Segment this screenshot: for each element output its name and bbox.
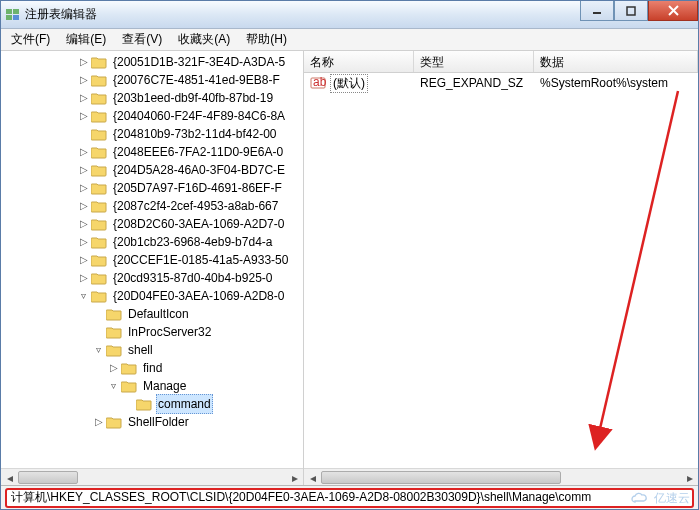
tree-row[interactable]: ·····▷{20404060-F24F-4F89-84C6-8A — [1, 107, 303, 125]
expand-toggle-icon[interactable]: ▷ — [76, 197, 91, 215]
tree-row[interactable]: ·········command — [1, 395, 303, 413]
maximize-button[interactable] — [614, 1, 648, 21]
tree-item-label[interactable]: command — [156, 394, 213, 414]
statusbar — [1, 485, 698, 509]
tree-row[interactable]: ······{204810b9-73b2-11d4-bf42-00 — [1, 125, 303, 143]
cloud-icon — [630, 492, 650, 506]
folder-icon — [91, 91, 107, 105]
menu-view[interactable]: 查看(V) — [114, 29, 170, 50]
expand-toggle-icon[interactable]: ▷ — [76, 89, 91, 107]
tree-row[interactable]: ·····▷{205D7A97-F16D-4691-86EF-F — [1, 179, 303, 197]
expand-toggle-icon[interactable]: ▿ — [76, 287, 91, 305]
tree-item-label[interactable]: find — [141, 359, 164, 377]
folder-icon — [106, 307, 122, 321]
tree-item-label[interactable]: {20D04FE0-3AEA-1069-A2D8-0 — [111, 287, 286, 305]
tree-item-label[interactable]: {204D5A28-46A0-3F04-BD7C-E — [111, 161, 287, 179]
folder-icon — [136, 397, 152, 411]
tree-row[interactable]: ·····▷{20b1cb23-6968-4eb9-b7d4-a — [1, 233, 303, 251]
expand-toggle-icon[interactable]: ▿ — [91, 341, 106, 359]
tree-item-label[interactable]: {203b1eed-db9f-40fb-87bd-19 — [111, 89, 275, 107]
expand-toggle-icon[interactable]: ▷ — [76, 233, 91, 251]
minimize-button[interactable] — [580, 1, 614, 21]
folder-icon — [91, 55, 107, 69]
expand-toggle-icon[interactable]: ▷ — [76, 143, 91, 161]
tree-item-label[interactable]: {20b1cb23-6968-4eb9-b7d4-a — [111, 233, 274, 251]
tree-row[interactable]: ·····▷{20CCEF1E-0185-41a5-A933-50 — [1, 251, 303, 269]
list-hscroll[interactable]: ◂ ▸ — [304, 468, 698, 485]
tree-row[interactable]: ·····▷{20051D1B-321F-3E4D-A3DA-5 — [1, 53, 303, 71]
registry-tree[interactable]: ·····▷{20051D1B-321F-3E4D-A3DA-5·····▷{2… — [1, 51, 303, 468]
expand-toggle-icon[interactable]: ▷ — [91, 413, 106, 431]
tree-item-label[interactable]: shell — [126, 341, 155, 359]
tree-item-label[interactable]: {20cd9315-87d0-40b4-b925-0 — [111, 269, 274, 287]
list-body[interactable]: ab (默认) REG_EXPAND_SZ %SystemRoot%\syste… — [304, 73, 698, 468]
tree-item-label[interactable]: ShellFolder — [126, 413, 191, 431]
folder-icon — [91, 127, 107, 141]
tree-row[interactable]: ·······▿Manage — [1, 377, 303, 395]
tree-row[interactable]: ·····▷{208D2C60-3AEA-1069-A2D7-0 — [1, 215, 303, 233]
tree-row[interactable]: ·······▷find — [1, 359, 303, 377]
tree-item-label[interactable]: {208D2C60-3AEA-1069-A2D7-0 — [111, 215, 286, 233]
tree-item-label[interactable]: {205D7A97-F16D-4691-86EF-F — [111, 179, 284, 197]
menu-edit[interactable]: 编辑(E) — [58, 29, 114, 50]
menu-file[interactable]: 文件(F) — [3, 29, 58, 50]
expand-toggle-icon[interactable]: ▷ — [106, 359, 121, 377]
folder-icon — [91, 145, 107, 159]
tree-row[interactable]: ·······InProcServer32 — [1, 323, 303, 341]
col-header-name[interactable]: 名称 — [304, 51, 414, 72]
expand-toggle-icon[interactable]: ▷ — [76, 179, 91, 197]
tree-item-label[interactable]: {20404060-F24F-4F89-84C6-8A — [111, 107, 287, 125]
string-value-icon: ab — [310, 75, 326, 91]
tree-row[interactable]: ······▿shell — [1, 341, 303, 359]
menu-favorites[interactable]: 收藏夹(A) — [170, 29, 238, 50]
tree-row[interactable]: ·····▷{20076C7E-4851-41ed-9EB8-F — [1, 71, 303, 89]
value-type: REG_EXPAND_SZ — [414, 76, 534, 90]
path-field[interactable] — [5, 488, 694, 508]
scroll-left-icon[interactable]: ◂ — [304, 469, 321, 485]
tree-row[interactable]: ·····▷{204D5A28-46A0-3F04-BD7C-E — [1, 161, 303, 179]
svg-rect-0 — [6, 9, 12, 14]
svg-rect-2 — [6, 15, 12, 20]
tree-scroll-thumb[interactable] — [18, 471, 78, 484]
tree-item-label[interactable]: {20CCEF1E-0185-41a5-A933-50 — [111, 251, 290, 269]
folder-icon — [91, 289, 107, 303]
expand-toggle-icon[interactable]: ▷ — [76, 215, 91, 233]
folder-icon — [91, 271, 107, 285]
tree-item-label[interactable]: {2048EEE6-7FA2-11D0-9E6A-0 — [111, 143, 285, 161]
tree-row[interactable]: ·····▷{2087c2f4-2cef-4953-a8ab-667 — [1, 197, 303, 215]
tree-row[interactable]: ·····▿{20D04FE0-3AEA-1069-A2D8-0 — [1, 287, 303, 305]
tree-item-label[interactable]: DefaultIcon — [126, 305, 191, 323]
client-area: ·····▷{20051D1B-321F-3E4D-A3DA-5·····▷{2… — [1, 51, 698, 485]
list-row[interactable]: ab (默认) REG_EXPAND_SZ %SystemRoot%\syste… — [304, 73, 698, 93]
col-header-data[interactable]: 数据 — [534, 51, 698, 72]
tree-row[interactable]: ·····▷{2048EEE6-7FA2-11D0-9E6A-0 — [1, 143, 303, 161]
tree-row[interactable]: ·····▷{20cd9315-87d0-40b4-b925-0 — [1, 269, 303, 287]
list-scroll-thumb[interactable] — [321, 471, 561, 484]
expand-toggle-icon[interactable]: ▷ — [76, 251, 91, 269]
tree-item-label[interactable]: {2087c2f4-2cef-4953-a8ab-667 — [111, 197, 280, 215]
list-header: 名称 类型 数据 — [304, 51, 698, 73]
scroll-left-icon[interactable]: ◂ — [1, 469, 18, 485]
svg-rect-1 — [13, 9, 19, 14]
tree-row[interactable]: ·······DefaultIcon — [1, 305, 303, 323]
tree-item-label[interactable]: {20051D1B-321F-3E4D-A3DA-5 — [111, 53, 287, 71]
scroll-right-icon[interactable]: ▸ — [286, 469, 303, 485]
tree-hscroll[interactable]: ◂ ▸ — [1, 468, 303, 485]
tree-item-label[interactable]: {204810b9-73b2-11d4-bf42-00 — [111, 125, 278, 143]
expand-toggle-icon[interactable]: ▷ — [76, 71, 91, 89]
expand-toggle-icon[interactable]: ▷ — [76, 53, 91, 71]
menu-help[interactable]: 帮助(H) — [238, 29, 295, 50]
tree-item-label[interactable]: InProcServer32 — [126, 323, 213, 341]
expand-toggle-icon[interactable]: ▿ — [106, 377, 121, 395]
close-button[interactable] — [648, 1, 698, 21]
tree-item-label[interactable]: Manage — [141, 377, 188, 395]
tree-row[interactable]: ······▷ShellFolder — [1, 413, 303, 431]
expand-toggle-icon[interactable]: ▷ — [76, 161, 91, 179]
expand-toggle-icon[interactable]: ▷ — [76, 107, 91, 125]
app-icon — [5, 7, 21, 23]
tree-row[interactable]: ·····▷{203b1eed-db9f-40fb-87bd-19 — [1, 89, 303, 107]
scroll-right-icon[interactable]: ▸ — [681, 469, 698, 485]
col-header-type[interactable]: 类型 — [414, 51, 534, 72]
expand-toggle-icon[interactable]: ▷ — [76, 269, 91, 287]
tree-item-label[interactable]: {20076C7E-4851-41ed-9EB8-F — [111, 71, 282, 89]
